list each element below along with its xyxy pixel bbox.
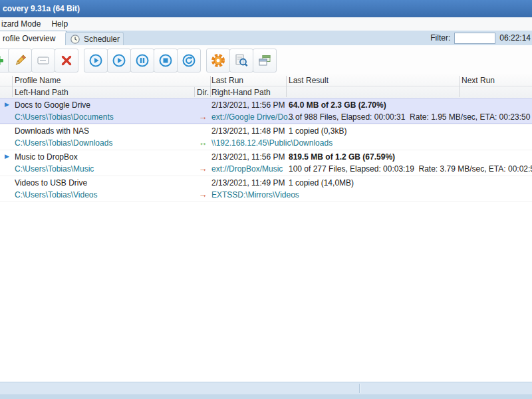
filter-input[interactable] [454,33,495,44]
run-profile-button[interactable] [84,49,108,72]
filter-label: Filter: [430,33,450,43]
profile-row-videos-to-usb-drive[interactable]: Videos to USB Drive 2/13/2021, 11:49 PM … [0,176,532,202]
window-titlebar: covery 9.31a (64 Bit) [0,0,532,17]
last-run-value: 2/13/2021, 11:56 PM [211,152,285,162]
countdown-timer: 06:22:14 [499,33,531,43]
last-result-main: 1 copied (0,3kB) [289,126,346,136]
last-run-value: 2/13/2021, 11:48 PM [211,126,285,136]
rerun-profile-button[interactable] [177,49,201,72]
column-header-last-run[interactable]: Last Run [211,76,243,85]
column-separator [210,76,211,97]
status-bar [0,382,532,394]
column-separator [12,76,13,97]
preview-log-button[interactable] [229,49,253,72]
menu-item-help[interactable]: Help [46,19,73,29]
play-alt-icon [112,53,126,68]
profile-name: Videos to USB Drive [15,178,87,188]
stop-profile-button[interactable] [154,49,178,72]
column-separator [194,87,195,97]
menu-item-wizard-mode[interactable]: izard Mode [0,19,46,29]
direction-arrow-icon: → [196,190,210,200]
tab-scheduler[interactable]: Scheduler [65,32,124,45]
edit-profile-button[interactable] [8,49,32,72]
direction-arrow-icon: → [196,164,210,174]
plus-icon [0,53,6,68]
running-indicator-icon: ▶ [5,153,9,160]
left-path: C:\Users\Tobias\Videos [15,190,98,200]
tab-scheduler-label: Scheduler [84,35,120,44]
clock-icon [70,34,80,45]
left-path: C:\Users\Tobias\Documents [15,112,114,122]
right-path: ext://DropBox/Music [211,164,283,174]
column-header-last-result[interactable]: Last Result [289,76,329,85]
profile-row-music-to-dropbox[interactable]: ▶ Music to DropBox 2/13/2021, 11:56 PM 8… [0,150,532,176]
profile-name: Music to DropBox [15,152,78,162]
filter-area: Filter: 06:22:14 [430,31,532,45]
profile-row-docs-to-google-drive[interactable]: ▶ Docs to Google Drive 2/13/2021, 11:56 … [0,98,532,124]
column-header-profile-name[interactable]: Profile Name [15,76,61,85]
profile-row-downloads-with-nas[interactable]: Downloads with NAS 2/13/2021, 11:48 PM 1… [0,124,532,150]
column-header-right-path[interactable]: Right-Hand Path [211,88,271,97]
left-path: C:\Users\Tobias\Music [15,164,94,174]
grid-header: Profile Name Last Run Last Result Next R… [0,74,532,99]
window-bottom-frame [0,394,532,399]
run-attended-button[interactable] [107,49,131,72]
column-separator [459,76,460,97]
last-result-main: 1 copied (14,0MB) [289,178,354,188]
direction-arrow-icon: → [196,112,210,122]
status-bar-divider [359,384,360,393]
column-header-next-run[interactable]: Next Run [462,76,495,85]
stop-icon [158,53,173,68]
profile-list: ▶ Docs to Google Drive 2/13/2021, 11:56 … [0,98,532,202]
gear-icon [211,53,225,68]
last-result-detail: 3 of 988 Files, Elapsed: 00:00:31 Rate: … [289,112,530,122]
right-path: EXTSSD:\Mirrors\Videos [211,190,299,200]
menubar: izard Mode Help [0,17,532,31]
profile-name: Docs to Google Drive [15,100,90,110]
copy-profile-button[interactable] [253,49,277,72]
pencil-icon [13,53,27,68]
left-path: C:\Users\Tobias\Downloads [15,138,112,148]
right-path: ext://Google Drive/Do... [211,112,295,122]
pause-icon [135,53,150,68]
settings-button[interactable] [206,49,230,72]
rename-field-icon [36,53,51,68]
profile-name: Downloads with NAS [15,126,89,136]
window-title: covery 9.31a (64 Bit) [3,4,80,13]
play-icon [88,53,103,68]
pause-profile-button[interactable] [130,49,154,72]
magnifier-document-icon [234,53,249,68]
header-divider [0,86,532,86]
column-separator [286,76,287,97]
refresh-loop-icon [182,53,196,68]
delete-x-icon [59,53,74,68]
tab-strip: rofile Overview Scheduler Filter: 06:22:… [0,31,532,46]
last-result-detail: 100 of 277 Files, Elapsed: 00:03:19 Rate… [289,164,532,174]
last-result-main: 64.0 MB of 2.3 GB (2.70%) [289,100,386,110]
last-run-value: 2/13/2021, 11:49 PM [211,178,285,188]
column-header-left-path[interactable]: Left-Hand Path [15,88,68,97]
app-window: covery 9.31a (64 Bit) izard Mode Help ro… [0,0,532,399]
column-header-dir[interactable]: Dir. [196,88,210,97]
last-run-value: 2/13/2021, 11:56 PM [211,100,285,110]
tab-profile-overview[interactable]: rofile Overview [0,31,67,46]
direction-arrow-icon: ↔ [196,138,210,148]
last-result-main: 819.5 MB of 1.2 GB (67.59%) [289,152,395,162]
rename-profile-button[interactable] [31,49,55,72]
running-indicator-icon: ▶ [5,101,9,108]
right-path: \\192.168.12.45\Public\Downloads [211,138,332,148]
tab-profile-overview-label: rofile Overview [3,34,55,43]
delete-profile-button[interactable] [55,49,78,72]
copy-windows-icon [257,53,272,68]
toolbar [0,45,532,75]
